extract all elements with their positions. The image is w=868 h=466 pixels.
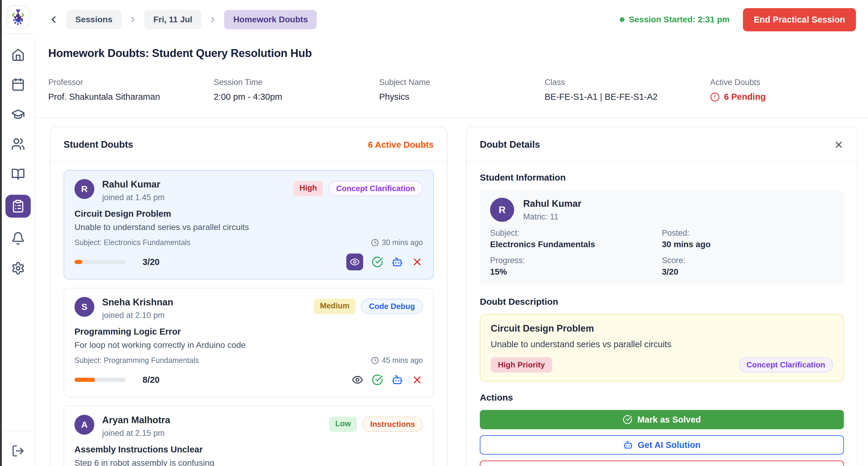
info-value: BE-FE-S1-A1 | BE-FE-S1-A2 xyxy=(545,92,710,102)
ai-solution-button[interactable] xyxy=(392,256,403,268)
logout-button[interactable] xyxy=(5,442,31,460)
category-badge: Concept Clarification xyxy=(739,357,833,373)
sidebar-item-notifications[interactable] xyxy=(5,229,31,247)
cancel-doubt-button[interactable] xyxy=(411,374,423,385)
progress-bar xyxy=(74,378,126,382)
avatar: R xyxy=(490,198,514,222)
close-details-button[interactable] xyxy=(834,139,844,150)
users-icon xyxy=(11,137,25,151)
ai-solution-button[interactable] xyxy=(392,374,403,385)
info-class: Class BE-FE-S1-A1 | BE-FE-S1-A2 xyxy=(545,78,710,102)
avatar: S xyxy=(74,297,94,317)
get-ai-solution-button[interactable]: Get AI Solution xyxy=(480,435,844,455)
avatar: A xyxy=(74,415,94,435)
clock-icon xyxy=(371,356,379,365)
mark-as-solved-button[interactable]: Mark as Solved xyxy=(480,410,844,429)
details-panel-header: Doubt Details xyxy=(467,127,857,161)
mark-solved-button[interactable] xyxy=(372,256,383,268)
student-doubts-panel: Student Doubts 6 Active Doubts R Rahul K… xyxy=(50,127,447,466)
doubt-card-header: R Rahul Kumar joined at 1.45 pm High Con… xyxy=(74,179,423,202)
robot-icon xyxy=(392,374,403,385)
session-status-text: Session Started: 2:31 pm xyxy=(629,15,730,24)
info-value: Physics xyxy=(379,92,545,102)
field-progress: Progress: 15% xyxy=(490,256,662,277)
gear-icon xyxy=(11,261,25,275)
session-status: Session Started: 2:31 pm xyxy=(620,15,730,24)
eye-icon xyxy=(350,257,360,267)
doubt-subject: Subject: Programming Fundamentals xyxy=(74,356,199,365)
category-badge: Concept Clarification xyxy=(329,181,423,196)
info-value: Prof. Shakuntala Sitharaman xyxy=(48,92,214,102)
category-badge: Code Debug xyxy=(361,299,423,314)
doubt-meta: Subject: Electronics Fundamentals 30 min… xyxy=(74,238,423,247)
status-dot-icon xyxy=(620,17,624,22)
info-label: Class xyxy=(545,78,710,87)
sidebar-nav xyxy=(5,45,31,277)
check-circle-icon xyxy=(372,256,383,268)
joined-time: joined at 1.45 pm xyxy=(102,193,164,202)
pending-doubts-value: 6 Pending xyxy=(710,92,868,102)
alert-circle-icon xyxy=(710,92,720,102)
robot-icon xyxy=(392,256,403,268)
details-panel-title: Doubt Details xyxy=(480,139,540,150)
breadcrumb-current[interactable]: Homework Doubts xyxy=(224,10,317,29)
category-badge: Instructions xyxy=(362,416,423,432)
sidebar-divider-top xyxy=(2,33,34,34)
doubt-card[interactable]: S Sneha Krishnan joined at 2.10 pm Mediu… xyxy=(64,288,434,397)
doubt-card-header: A Aryan Malhotra joined at 2.15 pm Low I… xyxy=(74,415,423,438)
sidebar-divider-bottom xyxy=(2,430,34,431)
sidebar-item-settings[interactable] xyxy=(5,259,31,277)
progress-bar xyxy=(74,260,126,264)
priority-badge: Medium xyxy=(314,299,355,314)
doubt-description: For loop not working correctly in Arduin… xyxy=(74,340,423,350)
doubt-description-heading: Doubt Description xyxy=(480,297,844,307)
doubt-title: Assembly Instructions Unclear xyxy=(74,444,423,455)
chevron-right-icon xyxy=(209,15,217,24)
eye-icon xyxy=(352,374,363,385)
cancel-doubt-button[interactable]: Cancel Doubt xyxy=(480,461,844,466)
back-button[interactable] xyxy=(48,14,59,25)
logout-icon xyxy=(11,444,25,458)
info-active-doubts: Active Doubts 6 Pending xyxy=(710,78,868,102)
breadcrumb-date[interactable]: Fri, 11 Jul xyxy=(144,10,201,29)
app-logo[interactable] xyxy=(7,5,30,28)
doubt-title: Circuit Design Problem xyxy=(491,323,833,334)
x-icon xyxy=(411,256,423,268)
mark-solved-button[interactable] xyxy=(372,374,383,385)
end-session-button[interactable]: End Practical Session xyxy=(743,8,856,31)
bell-icon xyxy=(11,231,25,245)
doubt-card-header: S Sneha Krishnan joined at 2.10 pm Mediu… xyxy=(74,297,423,320)
time-ago: 45 mins ago xyxy=(371,356,423,365)
chevron-right-icon xyxy=(129,15,137,24)
active-doubts-count: 6 Active Doubts xyxy=(368,140,434,150)
check-circle-icon xyxy=(372,374,383,385)
doubts-panel-header: Student Doubts 6 Active Doubts xyxy=(50,127,447,161)
check-circle-icon xyxy=(623,415,632,425)
doubt-meta: Subject: Programming Fundamentals 45 min… xyxy=(74,356,423,365)
cancel-doubt-button[interactable] xyxy=(411,256,423,268)
student-info-card: R Rahul Kumar Matric: 11 Subject: Electr… xyxy=(480,190,844,284)
header-divider xyxy=(34,118,868,118)
doubt-description-box: Circuit Design Problem Unable to underst… xyxy=(480,314,844,382)
doubt-card[interactable]: A Aryan Malhotra joined at 2.15 pm Low I… xyxy=(64,406,434,466)
topbar: Sessions Fri, 11 Jul Homework Doubts Ses… xyxy=(34,0,868,39)
info-label: Professor xyxy=(48,78,214,87)
doubt-card[interactable]: R Rahul Kumar joined at 1.45 pm High Con… xyxy=(64,170,434,279)
sidebar-item-library[interactable] xyxy=(5,165,31,183)
priority-badge: High xyxy=(293,181,323,196)
doubt-footer: 8/20 xyxy=(74,371,423,388)
home-icon xyxy=(11,48,25,61)
sidebar-item-courses[interactable] xyxy=(5,105,31,123)
doubt-description: Unable to understand series vs parallel … xyxy=(74,222,423,232)
sidebar-item-home[interactable] xyxy=(5,45,31,64)
sidebar-item-students[interactable] xyxy=(5,135,31,153)
student-name: Sneha Krishnan xyxy=(102,297,173,308)
sidebar-item-sessions-active[interactable] xyxy=(5,195,31,218)
sidebar-item-calendar[interactable] xyxy=(5,75,31,93)
breadcrumb-sessions[interactable]: Sessions xyxy=(66,10,121,29)
page-title: Homework Doubts: Student Query Resolutio… xyxy=(48,47,312,60)
book-open-icon xyxy=(11,167,25,181)
view-doubt-button[interactable] xyxy=(352,374,363,385)
info-value: 2:00 pm - 4:30pm xyxy=(214,92,379,102)
view-doubt-button[interactable] xyxy=(346,253,363,270)
